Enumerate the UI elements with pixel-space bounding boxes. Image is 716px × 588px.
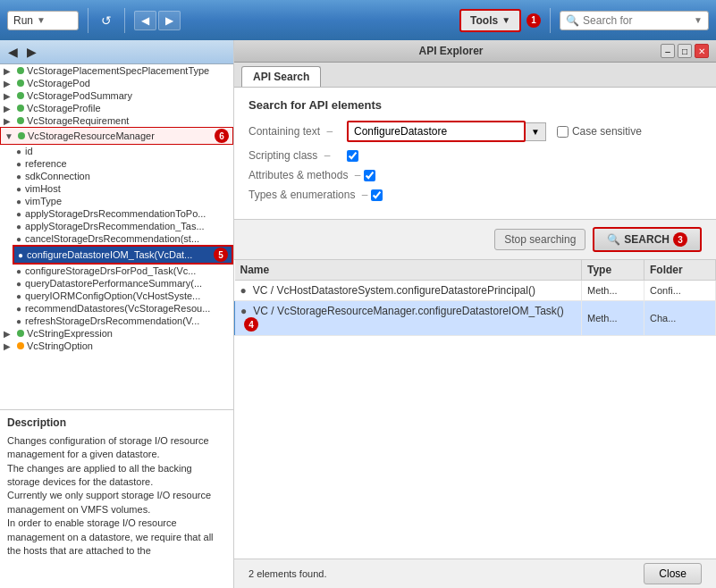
types-checkbox[interactable] [371, 189, 383, 201]
child-applyStorageDrsRecommendation_Tas[interactable]: ● applyStorageDrsRecommendation_Tas... [13, 220, 233, 232]
attributes-row: Attributes & methods – [248, 169, 702, 181]
row-folder: Cha... [644, 301, 716, 336]
table-row[interactable]: ● VC / VcHostDatastoreSystem.configureDa… [235, 281, 716, 301]
bullet-icon: ● [16, 234, 21, 244]
row-type: Meth... [582, 301, 644, 336]
tree-item-VcStringExpression[interactable]: ▶ VcStringExpression [0, 327, 233, 340]
child-refreshStorageDrs[interactable]: ● refreshStorageDrsRecommendation(V... [13, 315, 233, 327]
results-area: Name Type Folder ● VC / VcHostDatastoreS… [234, 260, 716, 559]
run-arrow: ▼ [37, 15, 46, 25]
search-dropdown-arrow[interactable]: ▼ [694, 15, 703, 25]
row-type: Meth... [582, 281, 644, 301]
child-label: sdkConnection [25, 171, 90, 181]
tools-button[interactable]: Tools ▼ [459, 9, 521, 32]
global-search-bar[interactable]: 🔍 ▼ [560, 11, 709, 30]
tree-item-VcStorageResourceManager[interactable]: ▼ VcStorageResourceManager 6 [0, 127, 233, 145]
child-label: applyStorageDrsRecommendationToPo... [25, 208, 206, 219]
search-actions: Stop searching 🔍 SEARCH 3 [234, 220, 716, 260]
attributes-checkbox[interactable] [364, 170, 375, 181]
row-name: ● VC / VcStorageResourceManager.configur… [235, 301, 582, 336]
tree-item-VcStoragePodSummary[interactable]: ▶ VcStoragePodSummary [0, 89, 233, 102]
tree-item-VcStoragePod[interactable]: ▶ VcStoragePod [0, 77, 233, 89]
scripting-class-checkbox[interactable] [347, 150, 358, 162]
back-button[interactable]: ◀ [134, 11, 156, 30]
close-button[interactable]: Close [644, 563, 702, 584]
toolbar-separator-1 [88, 8, 88, 33]
table-row[interactable]: ● VC / VcStorageResourceManager.configur… [235, 301, 716, 336]
child-reference[interactable]: ● reference [13, 157, 233, 170]
bullet-icon: ● [16, 222, 21, 231]
child-label: reference [25, 158, 66, 169]
bullet-icon: ● [16, 184, 21, 194]
toolbar-separator-2 [124, 8, 125, 33]
child-label: cancelStorageDrsRecommendation(st... [25, 233, 199, 244]
child-label: configureStorageDrsForPod_Task(Vc... [25, 265, 196, 276]
refresh-icon[interactable]: ↺ [97, 10, 115, 31]
left-panel-header: ◀ ▶ [0, 40, 233, 64]
results-table: Name Type Folder ● VC / VcHostDatastoreS… [234, 260, 716, 336]
case-sensitive-checkbox[interactable] [557, 126, 569, 138]
tab-bar: API Search [234, 63, 716, 88]
nav-buttons: ◀ ▶ [134, 11, 181, 30]
child-cancelStorageDrsRecommendation[interactable]: ● cancelStorageDrsRecommendation(st... [13, 232, 233, 245]
bullet-icon: ● [16, 172, 21, 181]
child-vimType[interactable]: ● vimType [13, 195, 233, 207]
types-row: Types & enumerations – [248, 189, 702, 201]
containing-text-dropdown[interactable]: ▼ [526, 122, 546, 141]
tree-children: ● id ● reference ● sdkConnection ● vimHo… [0, 145, 233, 327]
stop-searching-button[interactable]: Stop searching [494, 229, 585, 250]
col-folder: Folder [644, 260, 716, 281]
tree-expand-icon: ▶ [4, 66, 14, 76]
child-recommendDatastores[interactable]: ● recommendDatastores(VcStorageResou... [13, 302, 233, 315]
bullet-icon: ● [16, 266, 21, 276]
containing-text-input[interactable] [347, 121, 526, 142]
search-button[interactable]: 🔍 SEARCH 3 [593, 227, 702, 252]
bullet-icon: ● [16, 159, 21, 169]
global-search-input[interactable] [583, 14, 690, 27]
description-text: Changes configuration of storage I/O res… [7, 434, 226, 559]
maximize-button[interactable]: □ [678, 44, 692, 58]
child-label: vimHost [25, 183, 61, 194]
badge-5: 5 [214, 248, 228, 262]
description-title: Description [7, 416, 226, 431]
tree-item-VcStoragePlacementSpecPlacementType[interactable]: ▶ VcStoragePlacementSpecPlacementType [0, 64, 233, 77]
child-configureDatastoreIOM_Task[interactable]: ● configureDatastoreIOM_Task(VcDat... 5 [13, 245, 233, 265]
tree-item-VcStorageRequirement[interactable]: ▶ VcStorageRequirement [0, 114, 233, 127]
child-sdkConnection[interactable]: ● sdkConnection [13, 170, 233, 182]
child-queryIORMConfigOption[interactable]: ● queryIORMConfigOption(VcHostSyste... [13, 290, 233, 302]
scripting-class-row: Scripting class – [248, 149, 702, 162]
tree-dot-icon [18, 132, 25, 139]
attributes-label: Attributes & methods – [248, 169, 364, 181]
tools-arrow: ▼ [501, 15, 510, 25]
tree-label: VcStorageProfile [27, 103, 101, 113]
forward-button[interactable]: ▶ [158, 11, 181, 30]
minimize-button[interactable]: – [661, 44, 675, 58]
tree-dot-icon [17, 80, 24, 87]
top-toolbar: Run ▼ ↺ ◀ ▶ Tools ▼ 1 🔍 ▼ [0, 0, 716, 40]
right-panel: API Explorer – □ ✕ API Search Search for… [234, 40, 716, 588]
tree-dot-icon [17, 117, 24, 124]
bullet-icon: ● [240, 284, 247, 297]
tree-item-VcStringOption[interactable]: ▶ VcStringOption [0, 340, 233, 352]
description-panel: Description Changes configuration of sto… [0, 409, 233, 588]
tree-label: VcStoragePod [27, 78, 90, 88]
child-vimHost[interactable]: ● vimHost [13, 182, 233, 195]
window-buttons: – □ ✕ [661, 44, 709, 58]
left-nav-back[interactable]: ◀ [5, 44, 21, 60]
bullet-icon: ● [16, 209, 21, 219]
left-tree: ▶ VcStoragePlacementSpecPlacementType ▶ … [0, 64, 233, 409]
close-window-button[interactable]: ✕ [695, 44, 709, 58]
run-dropdown[interactable]: Run ▼ [7, 11, 79, 30]
child-configureStorageDrsForPod[interactable]: ● configureStorageDrsForPod_Task(Vc... [13, 265, 233, 277]
tree-expand-icon: ▶ [4, 341, 14, 351]
badge-6: 6 [215, 129, 229, 143]
tab-api-search[interactable]: API Search [241, 66, 321, 87]
left-nav-forward[interactable]: ▶ [24, 44, 39, 60]
bullet-icon: ● [18, 250, 23, 260]
tree-item-VcStorageProfile[interactable]: ▶ VcStorageProfile [0, 102, 233, 114]
col-name: Name [235, 260, 582, 281]
child-applyStorageDrsRecommendationToPo[interactable]: ● applyStorageDrsRecommendationToPo... [13, 207, 233, 220]
run-label: Run [13, 14, 33, 27]
child-queryDatastorePerformanceSummary[interactable]: ● queryDatastorePerformanceSummary(... [13, 277, 233, 290]
child-id[interactable]: ● id [13, 145, 233, 157]
